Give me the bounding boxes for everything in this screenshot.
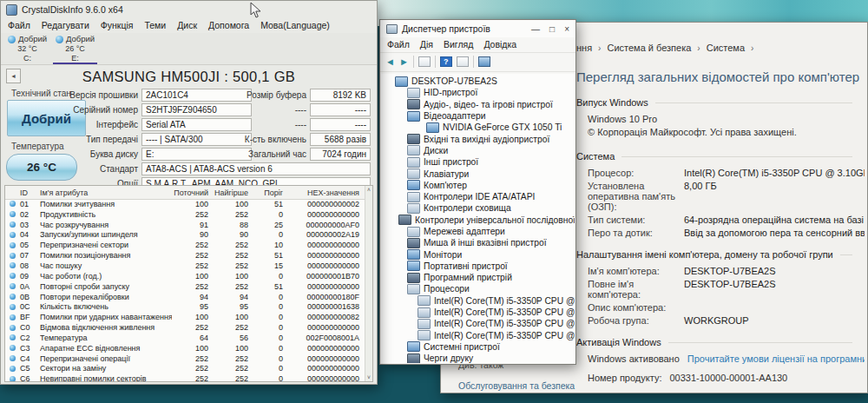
menu-item[interactable]: Допомога — [208, 20, 249, 30]
license-terms-link[interactable]: Прочитайте умови ліцензії на програмний … — [687, 353, 865, 364]
attribute-threshold: 0 — [248, 293, 283, 301]
smart-attribute-row[interactable]: 0B Повтори перекалібровки 94 94 0 000000… — [5, 292, 365, 302]
computer-name-row: Ім'я комп'ютера: DESKTOP-U7BEA2S — [576, 266, 865, 276]
device-tree-item[interactable]: NVIDIA GeForce GTX 1050 Ti — [381, 122, 575, 133]
device-category-icon — [407, 203, 420, 214]
device-tree-item[interactable]: Контролери універсальної послідовної шин… — [381, 215, 575, 226]
field-value: ATA8-ACS | ATA8-ACS version 6 — [141, 162, 371, 175]
smart-attribute-row[interactable]: 0C Кількість включень 95 95 0 0000000016… — [5, 301, 365, 312]
device-tree-item[interactable]: Intel(R) Core(TM) i5-3350P CPU @ 3.10GHz — [381, 295, 575, 307]
smart-attribute-row[interactable]: 04 Запуски/зупинки шпинделя 90 90 0 0000… — [5, 230, 365, 241]
smart-attribute-row[interactable]: C3 Апаратне ECC відновлення 100 100 0 00… — [5, 343, 365, 353]
menu-item[interactable]: Функція — [101, 20, 134, 30]
hex-column-header[interactable]: HEX-значення — [283, 188, 365, 197]
smart-attribute-row[interactable]: 05 Перепризначені сектори 252 252 10 000… — [5, 240, 365, 250]
attribute-worst: 252 — [208, 364, 248, 373]
breadcrumb-item[interactable]: Система — [707, 43, 745, 53]
drive-tab[interactable]: Добрий 32 °C C: — [3, 33, 51, 64]
field-value: E: — [141, 148, 252, 161]
smart-attribute-row[interactable]: C5 Сектори на заміну 252 252 0 000000000… — [5, 364, 365, 374]
attribute-current: 252 — [172, 261, 208, 270]
device-tree-item[interactable]: Intel(R) Core(TM) i5-3350P CPU @ 3.10GHz — [381, 307, 575, 318]
smart-attribute-row[interactable]: C6 Невиправні помилки секторів 252 252 0… — [5, 373, 365, 382]
device-tree-item[interactable]: Intel(R) Core(TM) i5-3350P CPU @ 3.10GHz — [381, 330, 575, 341]
attribute-threshold: 0 — [248, 334, 283, 342]
name-column-header[interactable]: Ім'я атрибута — [40, 188, 172, 197]
attribute-threshold: 15 — [248, 261, 283, 270]
device-tree-item[interactable]: Монітори — [381, 248, 575, 260]
device-tree-item[interactable]: Контролери IDE ATA/ATAPI — [381, 191, 575, 202]
smart-attribute-row[interactable]: 07 Помилки позиціонування 252 252 51 000… — [5, 250, 365, 261]
smart-attribute-row[interactable]: 0A Повторні спроби запуску 252 252 51 00… — [5, 281, 365, 292]
device-tree-item[interactable]: HID-пристрої — [381, 87, 575, 98]
device-tree-item[interactable]: Аудіо-, відео- та ігрові пристрої — [381, 99, 575, 110]
drive-summary-panel: Технічний стан Добрий Температура 26 °C … — [1, 88, 377, 187]
back-icon[interactable]: ◄ — [385, 56, 395, 67]
device-tree-item[interactable]: Процесори — [381, 283, 575, 294]
device-tree-item[interactable]: DESKTOP-U7BEA2S — [381, 76, 575, 87]
drive-model-title: SAMSUNG HM500JI : 500,1 GB — [82, 69, 295, 85]
device-tree-item[interactable]: Програмний пристрій — [381, 272, 575, 283]
smart-attribute-row[interactable]: 01 Помилки зчитування 100 100 51 0000000… — [5, 199, 365, 209]
menu-item[interactable]: Файл — [8, 20, 30, 30]
attribute-hex: 000000000000 — [283, 344, 365, 353]
device-tree-item[interactable]: Відеоадаптери — [381, 110, 575, 122]
menu-item[interactable]: Дія — [420, 39, 433, 50]
scroll-up-icon[interactable]: ˄ — [367, 187, 371, 193]
smart-attribute-row[interactable]: 09 Час роботи (год.) 100 100 0 000000001… — [5, 271, 365, 281]
worst-column-header[interactable]: Найгірше — [208, 188, 248, 197]
maximize-icon[interactable]: □ — [549, 24, 555, 34]
menu-item[interactable]: Файл — [387, 39, 410, 50]
device-tree-item[interactable]: Вхідні та вихідні аудіопристрої — [381, 133, 575, 144]
toolbar-separator — [473, 56, 474, 68]
device-category-icon — [418, 319, 431, 329]
device-tree-item[interactable]: Intel(R) Core(TM) i5-3350P CPU @ 3.10GHz — [381, 318, 575, 329]
threshold-column-header[interactable]: Поріг — [248, 188, 283, 197]
device-tree-item[interactable]: Мережеві адаптери — [381, 226, 575, 237]
attribute-worst: 252 — [208, 354, 248, 363]
device-tree-item[interactable]: Комп'ютер — [381, 180, 575, 191]
menu-item[interactable]: Мова(Language) — [260, 20, 330, 30]
forward-icon[interactable]: ► — [399, 56, 409, 67]
system-info-row: Тип системи: 64-розрядна операційна сист… — [576, 215, 865, 225]
menu-item[interactable]: Теми — [144, 20, 166, 30]
device-tree-item[interactable]: Миша й інші вказівні пристрої — [381, 237, 575, 248]
table-scrollbar[interactable]: ˄ ˅ — [365, 186, 372, 381]
menu-item[interactable]: Редагувати — [42, 20, 89, 30]
device-tree-item[interactable]: Інші пристрої — [381, 156, 575, 168]
smart-attribute-row[interactable]: C4 Перепризначені операції 252 252 0 000… — [5, 353, 365, 364]
menu-item[interactable]: Довідка — [483, 39, 516, 50]
device-tree-item[interactable]: Портативні пристрої — [381, 261, 575, 272]
info-value: 64-розрядна операційна система на базі п… — [678, 215, 865, 225]
smart-attribute-row[interactable]: C0 Відмова відключення живлення 252 252 … — [5, 322, 365, 333]
crystaldiskinfo-titlebar[interactable]: CrystalDiskInfo 9.6.0 x64 — [1, 1, 377, 18]
prev-drive-button[interactable]: ◄ — [6, 69, 21, 83]
breadcrumb-item[interactable]: Система й безпека — [607, 43, 691, 53]
device-tree-item[interactable]: Клавіатури — [381, 168, 575, 179]
menu-item[interactable]: Вигляд — [444, 39, 473, 50]
smart-attribute-row[interactable]: 03 Час розкручування 91 88 25 000000000A… — [5, 220, 365, 230]
action-pane-icon[interactable] — [457, 56, 469, 67]
smart-attribute-row[interactable]: C2 Температура 64 56 0 002F0008001A — [5, 333, 365, 343]
smart-attribute-row[interactable]: BF Помилки при ударних навантаженнях 100… — [5, 312, 365, 322]
properties-icon[interactable] — [418, 56, 431, 67]
menu-item[interactable]: Диск — [177, 20, 197, 30]
smart-attribute-row[interactable]: 08 Час пошуку 252 252 15 000000000000 — [5, 261, 365, 271]
device-tree-item[interactable]: Диски — [381, 145, 575, 156]
breadcrumb-item[interactable]: ння — [576, 43, 592, 53]
device-tree-item[interactable]: Системні пристрої — [381, 341, 575, 353]
field-label: Буква диску — [1, 149, 141, 159]
close-icon[interactable]: × — [564, 24, 569, 34]
device-tree-item[interactable]: Черги друку — [381, 353, 575, 363]
drive-tab[interactable]: Добрий 26 °C E: — [51, 33, 99, 64]
id-column-header[interactable]: ID — [20, 188, 40, 197]
help-icon[interactable]: ? — [440, 56, 452, 67]
scroll-down-icon[interactable]: ˅ — [367, 374, 371, 380]
device-tree-item[interactable]: Контролери сховища — [381, 202, 575, 214]
device-manager-titlebar[interactable]: Диспетчер пристроїв — □ × — [380, 20, 575, 37]
security-maintenance-link[interactable]: Обслуговування та безпека — [458, 380, 575, 391]
smart-attribute-row[interactable]: 02 Продуктивність 252 252 0 000000000000 — [5, 209, 365, 220]
minimize-icon[interactable]: — — [531, 24, 540, 34]
current-column-header[interactable]: Поточний — [172, 188, 208, 197]
scan-hardware-icon[interactable] — [478, 56, 490, 67]
